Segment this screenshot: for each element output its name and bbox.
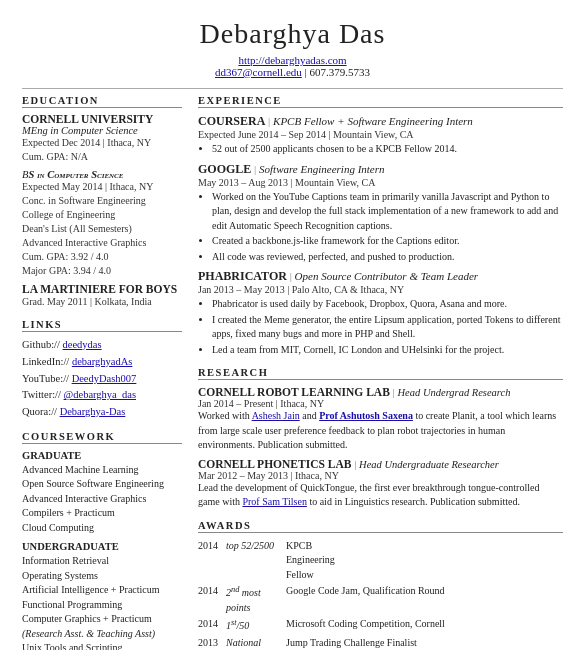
youtube-link[interactable]: DeedyDash007 [72,373,137,384]
education-section-title: Education [22,95,182,108]
phone-number: 607.379.5733 [310,66,371,78]
award-row-2: 2014 2nd most points Google Code Jam, Qu… [198,583,563,616]
bs-detail: Expected May 2014 | Ithaca, NY Conc. in … [22,180,182,278]
award-org-4: Jump Trading Challenge Finalist [286,635,563,650]
coursera-entry: Coursera | KPCB Fellow + Software Engine… [198,114,563,129]
candidate-name: Debarghya Das [22,18,563,50]
lamart-name: La Martiniere for Boys [22,283,182,295]
cpl-desc: Lead the development of QuickTongue, the… [198,481,563,510]
linkedin-link-row: LinkedIn:// debarghyadAs [22,354,182,371]
award-rank-3: 1st/50 [226,616,286,635]
links-section-title: Links [22,319,182,332]
twitter-link[interactable]: @debarghya_das [64,389,136,400]
award-org-2: Google Code Jam, Qualification Round [286,583,563,616]
undergrad-coursework-title: Undergraduate [22,541,182,552]
award-year-2: 2014 [198,583,226,616]
award-rank-1: top 52/2500 [226,538,286,584]
award-org-3: Microsoft Coding Competition, Cornell [286,616,563,635]
google-bullets: Worked on the YouTube Captions team in p… [198,190,563,265]
google-entry: Google | Software Engineering Intern [198,162,563,177]
award-row-4: 2013 National Jump Trading Challenge Fin… [198,635,563,650]
linkedin-link[interactable]: debarghyadAs [72,356,132,367]
grad-courses: Advanced Machine Learning Open Source So… [22,463,182,536]
awards-section-title: Awards [198,520,563,533]
coursera-company: Coursera [198,114,265,128]
bs-degree: BS in Computer Science [22,169,182,180]
google-date: May 2013 – Aug 2013 | Mountain View, CA [198,177,563,188]
award-row-3: 2014 1st/50 Microsoft Coding Competition… [198,616,563,635]
cpl-entry: Cornell Phonetics Lab | Head Undergradua… [198,458,563,470]
cpl-role: Head Undergraduate Researcher [359,459,499,470]
cornell-name: Cornell University [22,113,182,125]
award-org-1: KPCB Engineering Fellow [286,538,356,584]
phabricator-date: Jan 2013 – May 2013 | Palo Alto, CA & It… [198,284,563,295]
award-row-1: 2014 top 52/2500 KPCB Engineering Fellow [198,538,563,584]
quora-link[interactable]: Debarghya-Das [60,406,126,417]
phabricator-entry: Phabricator | Open Source Contributor & … [198,269,563,284]
award-rank-2: 2nd most points [226,583,286,616]
ashesh-jain-link[interactable]: Ashesh Jain [252,410,300,421]
award-year-3: 2014 [198,616,226,635]
google-role: Software Engineering Intern [259,163,384,175]
phabricator-bullet-2: I created the Meme generator, the entire… [212,313,563,342]
sam-tilsen-link[interactable]: Prof Sam Tilsen [242,496,306,507]
github-link-row: Github:// deedydas [22,337,182,354]
award-year-4: 2013 [198,635,226,650]
research-section-title: Research [198,367,563,380]
award-detail-1 [356,538,563,584]
crll-entry: Cornell Robot Learning Lab | Head Underg… [198,386,563,398]
cpl-date: Mar 2012 – May 2013 | Ithaca, NY [198,470,563,481]
main-content: Education Cornell University MEng in Com… [22,95,563,650]
graduate-coursework-title: Graduate [22,450,182,461]
undergrad-courses: Information Retrieval Operating Systems … [22,554,182,650]
header-divider [22,88,563,89]
cpl-lab: Cornell Phonetics Lab [198,458,351,470]
resume-header: Debarghya Das http://debarghyadas.com dd… [22,18,563,78]
awards-table: 2014 top 52/2500 KPCB Engineering Fellow… [198,538,563,651]
twitter-link-row: Twitter:// @debarghya_das [22,387,182,404]
google-bullet-3: All code was reviewed, perfected, and pu… [212,250,563,265]
website-link[interactable]: http://debarghyadas.com [238,54,346,66]
contact-info: dd367@cornell.edu | 607.379.5733 [22,66,563,78]
award-year-1: 2014 [198,538,226,584]
ashutosh-link[interactable]: Prof Ashutosh Saxena [319,410,413,421]
phabricator-bullets: Phabricator is used daily by Facebook, D… [198,297,563,357]
experience-section-title: Experience [198,95,563,108]
crll-desc: Worked with Ashesh Jain and Prof Ashutos… [198,409,563,453]
links-list: Github:// deedydas LinkedIn:// debarghya… [22,337,182,421]
quora-link-row: Quora:// Debarghya-Das [22,404,182,421]
award-rank-4: National [226,635,286,650]
phabricator-company: Phabricator [198,269,287,283]
email-link[interactable]: dd367@cornell.edu [215,66,302,78]
crll-date: Jan 2014 – Present | Ithaca, NY [198,398,563,409]
coursework-section-title: Coursework [22,431,182,444]
cornell-detail: Expected Dec 2014 | Ithaca, NYCum. GPA: … [22,136,182,164]
github-link[interactable]: deedydas [63,339,102,350]
coursera-bullet-1: 52 out of 2500 applicants chosen to be a… [212,142,563,157]
youtube-link-row: YouTube:// DeedyDash007 [22,371,182,388]
coursera-bullets: 52 out of 2500 applicants chosen to be a… [198,142,563,157]
coursera-date: Expected June 2014 – Sep 2014 | Mountain… [198,129,563,140]
phabricator-bullet-3: Led a team from MIT, Cornell, IC London … [212,343,563,358]
lamart-detail: Grad. May 2011 | Kolkata, India [22,295,182,309]
phabricator-bullet-1: Phabricator is used daily by Facebook, D… [212,297,563,312]
google-bullet-1: Worked on the YouTube Captions team in p… [212,190,563,234]
left-column: Education Cornell University MEng in Com… [22,95,182,650]
cornell-degree: MEng in Computer Science [22,125,182,136]
phabricator-role: Open Source Contributor & Team Leader [295,270,478,282]
crll-lab: Cornell Robot Learning Lab [198,386,390,398]
crll-role: Head Undergrad Research [398,387,511,398]
coursera-role: KPCB Fellow + Software Engineering Inter… [273,115,473,127]
google-company: Google [198,162,251,176]
right-column: Experience Coursera | KPCB Fellow + Soft… [198,95,563,650]
google-bullet-2: Created a backbone.js-like framework for… [212,234,563,249]
